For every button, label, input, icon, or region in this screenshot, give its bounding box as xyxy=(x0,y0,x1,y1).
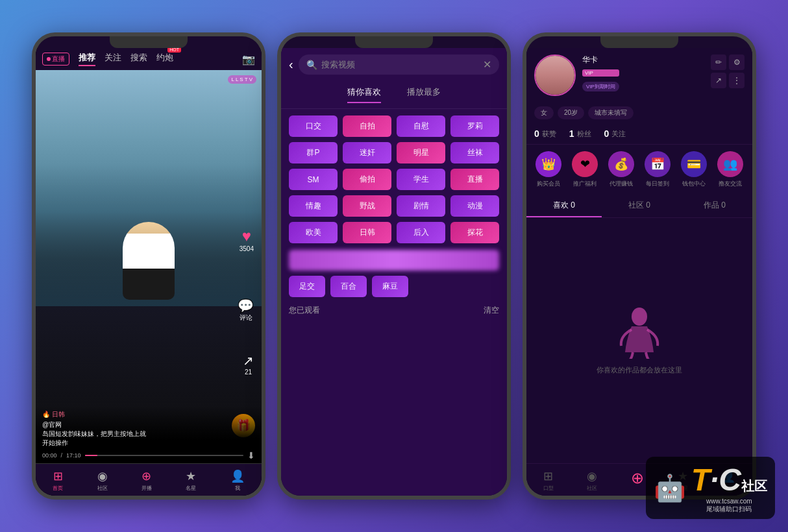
tag-extra-1[interactable]: 百合 xyxy=(330,276,367,297)
stat-fans: 1 粉丝 xyxy=(569,128,591,139)
tag-6[interactable]: 明星 xyxy=(397,142,445,163)
action-vip[interactable]: 👑 购买会员 xyxy=(536,151,561,188)
tag-extra-0[interactable]: 足交 xyxy=(289,276,325,297)
tag-14[interactable]: 剧情 xyxy=(397,195,445,217)
star-icon: ★ xyxy=(186,469,196,483)
tag-age: 20岁 xyxy=(558,106,584,119)
agent-action-icon: 💰 xyxy=(608,151,634,177)
progress-bar[interactable] xyxy=(85,455,243,456)
tab-likes[interactable]: 喜欢 0 xyxy=(526,195,602,217)
bottom-nav-live[interactable]: ⊕ 开播 xyxy=(142,469,152,492)
bottom-nav3-home[interactable]: ⊞ 口型 xyxy=(543,469,554,492)
tc-c-letter: ·C xyxy=(710,462,741,498)
clear-history-button[interactable]: 清空 xyxy=(484,305,499,316)
tag-11[interactable]: 直播 xyxy=(450,169,499,190)
wallet-action-icon: 💳 xyxy=(681,151,707,177)
tag-16[interactable]: 欧美 xyxy=(289,222,338,243)
search-tabs: 猜你喜欢 播放最多 xyxy=(281,81,507,109)
tag-extra-2[interactable]: 麻豆 xyxy=(372,276,408,297)
stat-likes: 0 获赞 xyxy=(534,128,556,139)
community-icon: ◉ xyxy=(97,469,108,483)
tab-guess[interactable]: 猜你喜欢 xyxy=(347,86,381,103)
comment-label: 评论 xyxy=(240,313,252,322)
tags-row-3: 足交 百合 麻豆 xyxy=(281,276,507,297)
community3-icon: ◉ xyxy=(587,469,597,483)
settings-icon[interactable]: ⚙ xyxy=(729,54,745,70)
tags-grid: 口交 自拍 自慰 罗莉 群P 迷奸 明星 丝袜 SM 偷拍 学生 直播 情趣 野… xyxy=(281,109,507,250)
bottom-nav-home[interactable]: ⊞ 首页 xyxy=(53,469,63,492)
profile-icons: ✏ ⚙ ↗ ⋮ xyxy=(711,54,745,88)
tag-7[interactable]: 丝袜 xyxy=(450,142,499,163)
tag-gender: 女 xyxy=(534,106,554,119)
tab-works[interactable]: 作品 0 xyxy=(677,195,752,217)
bottom-nav-me[interactable]: 👤 我 xyxy=(230,469,245,492)
tag-2[interactable]: 自慰 xyxy=(397,115,445,137)
bottom-nav-star[interactable]: ★ 名星 xyxy=(186,469,196,492)
promo-action-icon: ❤ xyxy=(572,151,598,177)
download-icon[interactable]: ⬇ xyxy=(247,450,255,461)
action-signin[interactable]: 📅 每日签到 xyxy=(645,151,671,188)
action-promo[interactable]: ❤ 推广福利 xyxy=(572,151,598,188)
tag-17[interactable]: 日韩 xyxy=(343,222,391,243)
profile-tags: 女 20岁 城市未填写 xyxy=(526,103,752,123)
bottom-nav3-live[interactable]: ⊕ xyxy=(631,469,644,492)
like-button[interactable]: ♥ 3504 xyxy=(240,227,254,252)
action-wallet[interactable]: 💳 钱包中心 xyxy=(681,151,707,188)
tab-community[interactable]: 社区 0 xyxy=(602,195,677,217)
tag-4[interactable]: 群P xyxy=(289,142,338,163)
screen-3: 华卡 VIP VIP到期时间 ✏ ⚙ ↗ ⋮ 女 20岁 城市未填写 0 获赞 xyxy=(526,48,752,496)
tag-15[interactable]: 动漫 xyxy=(450,195,499,217)
profile-info: 华卡 VIP VIP到期时间 xyxy=(582,54,619,91)
me-icon: 👤 xyxy=(230,469,245,483)
tag-5[interactable]: 迷奸 xyxy=(343,142,391,163)
phone-2: ‹ 🔍 搜索视频 ✕ 猜你喜欢 播放最多 口交 自拍 自慰 罗莉 群P 迷奸 明… xyxy=(277,32,511,500)
tag-13[interactable]: 野战 xyxy=(343,195,391,217)
tag-1[interactable]: 自拍 xyxy=(343,115,391,137)
screen-2: ‹ 🔍 搜索视频 ✕ 猜你喜欢 播放最多 口交 自拍 自慰 罗莉 群P 迷奸 明… xyxy=(281,48,507,496)
nav-search[interactable]: 搜索 xyxy=(130,52,147,66)
vip-time: VIP到期时间 xyxy=(582,82,619,91)
comment-button[interactable]: 💬 评论 xyxy=(238,298,254,322)
share-button[interactable]: ↗ 21 xyxy=(243,353,254,376)
clear-search-button[interactable]: ✕ xyxy=(483,58,491,71)
nav-follow[interactable]: 关注 xyxy=(105,52,121,66)
tag-0[interactable]: 口交 xyxy=(289,115,338,137)
bottom-nav-community[interactable]: ◉ 社区 xyxy=(97,469,108,492)
time-current: 00:00 xyxy=(42,452,57,459)
edit-icon[interactable]: ✏ xyxy=(711,54,726,70)
tag-9[interactable]: 偷拍 xyxy=(343,169,391,190)
camera-icon[interactable]: 📷 xyxy=(242,53,255,66)
share-profile-icon[interactable]: ↗ xyxy=(711,73,726,88)
tag-8[interactable]: SM xyxy=(289,169,338,190)
tag-3[interactable]: 罗莉 xyxy=(450,115,499,137)
empty-text: 你喜欢的作品都会放在这里 xyxy=(597,365,682,375)
tag-10[interactable]: 学生 xyxy=(397,169,445,190)
tag-18[interactable]: 后入 xyxy=(397,222,445,243)
action-agent[interactable]: 💰 代理赚钱 xyxy=(608,151,634,188)
live-nav-icon: ⊕ xyxy=(142,469,151,483)
search-placeholder: 搜索视频 xyxy=(321,59,355,71)
actions-row: 👑 购买会员 ❤ 推广福利 💰 代理赚钱 📅 每日签到 💳 钱包中心 👥 xyxy=(526,145,752,195)
tag-19[interactable]: 探花 xyxy=(450,222,499,243)
back-button[interactable]: ‹ xyxy=(289,57,293,72)
tag-12[interactable]: 情趣 xyxy=(289,195,338,217)
menu-icon[interactable]: ⋮ xyxy=(729,73,745,88)
time-total: 17:10 xyxy=(66,452,81,459)
video-title: @官网 岛国短发韵味妹妹，把男主按地上就 开始操作 xyxy=(42,420,255,448)
nav-date[interactable]: 约炮 HOT xyxy=(156,52,173,66)
bottom-nav3-community[interactable]: ◉ 社区 xyxy=(587,469,597,492)
tc-t-letter: T xyxy=(691,462,710,498)
content-tabs: 喜欢 0 社区 0 作品 0 xyxy=(526,195,752,218)
category-tag: 🔥 日韩 xyxy=(42,410,255,419)
action-friends[interactable]: 👥 撸友交流 xyxy=(717,151,743,188)
heart-icon: ♥ xyxy=(242,227,251,245)
avatar-image xyxy=(536,56,574,95)
tab-popular[interactable]: 播放最多 xyxy=(407,86,441,103)
share-icon: ↗ xyxy=(243,353,254,369)
search-bar[interactable]: 🔍 搜索视频 ✕ xyxy=(299,54,499,75)
live-button[interactable]: 直播 xyxy=(42,53,69,66)
nav-recommend[interactable]: 推荐 xyxy=(79,52,95,66)
stats-row: 0 获赞 1 粉丝 0 关注 xyxy=(526,123,752,145)
watermark-url: www.tcsaw.com xyxy=(706,498,752,505)
overlay-tag: L L S T V xyxy=(228,75,256,84)
